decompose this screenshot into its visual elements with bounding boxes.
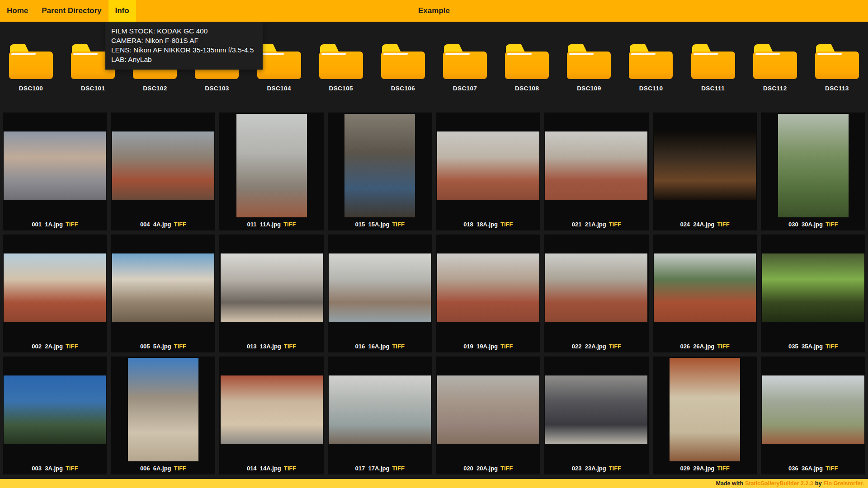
tiff-link[interactable]: TIFF bbox=[392, 465, 404, 472]
gallery-tile-005-5a-jpg[interactable]: 005_5A.jpg TIFF bbox=[111, 235, 216, 352]
gallery-tile-016-16a-jpg[interactable]: 016_16A.jpg TIFF bbox=[328, 235, 432, 352]
tile-label: 021_21A.jpg TIFF bbox=[544, 218, 649, 230]
gallery-tile-022-22a-jpg[interactable]: 022_22A.jpg TIFF bbox=[544, 235, 649, 352]
folder-highlight bbox=[259, 53, 284, 55]
photo-thumbnail[interactable] bbox=[329, 375, 431, 444]
tiff-link[interactable]: TIFF bbox=[174, 465, 186, 472]
photo-thumbnail[interactable] bbox=[112, 253, 214, 322]
gallery-tile-018-18a-jpg[interactable]: 018_18A.jpg TIFF bbox=[436, 113, 541, 230]
tiff-link[interactable]: TIFF bbox=[392, 343, 404, 350]
tiff-link[interactable]: TIFF bbox=[500, 343, 513, 350]
photo-thumbnail[interactable] bbox=[654, 131, 756, 200]
folder-body-shape bbox=[753, 52, 797, 79]
photo-thumbnail[interactable] bbox=[4, 375, 106, 444]
tiff-link[interactable]: TIFF bbox=[66, 343, 78, 350]
gallery-tile-013-13a-jpg[interactable]: 013_13A.jpg TIFF bbox=[219, 235, 324, 352]
tiff-link[interactable]: TIFF bbox=[500, 465, 513, 472]
folder-item-dsc100[interactable]: DSC100 bbox=[0, 44, 62, 92]
folder-item-dsc108[interactable]: DSC108 bbox=[496, 44, 558, 92]
photo-thumbnail[interactable] bbox=[437, 375, 539, 444]
gallery-tile-030-30a-jpg[interactable]: 030_30A.jpg TIFF bbox=[761, 113, 865, 230]
photo-thumbnail[interactable] bbox=[654, 253, 756, 322]
photo-thumbnail[interactable] bbox=[762, 375, 864, 444]
gallery-tile-011-11a-jpg[interactable]: 011_11A.jpg TIFF bbox=[219, 113, 324, 230]
photo-thumbnail[interactable] bbox=[344, 114, 415, 217]
gallery-tile-029-29a-jpg[interactable]: 029_29A.jpg TIFF bbox=[653, 357, 757, 474]
tiff-link[interactable]: TIFF bbox=[66, 465, 78, 472]
tiff-link[interactable]: TIFF bbox=[283, 221, 296, 228]
photo-thumbnail[interactable] bbox=[221, 253, 323, 322]
gallery-tile-035-35a-jpg[interactable]: 035_35A.jpg TIFF bbox=[761, 235, 865, 352]
tiff-link[interactable]: TIFF bbox=[174, 221, 186, 228]
tile-label: 005_5A.jpg TIFF bbox=[111, 340, 216, 352]
gallery-tile-014-14a-jpg[interactable]: 014_14A.jpg TIFF bbox=[219, 357, 324, 474]
tiff-link[interactable]: TIFF bbox=[609, 343, 621, 350]
tiff-link[interactable]: TIFF bbox=[609, 465, 621, 472]
folder-item-dsc106[interactable]: DSC106 bbox=[372, 44, 434, 92]
gallery-tile-019-19a-jpg[interactable]: 019_19A.jpg TIFF bbox=[436, 235, 541, 352]
tiff-link[interactable]: TIFF bbox=[717, 343, 729, 350]
photo-thumbnail[interactable] bbox=[4, 253, 106, 322]
tiff-link[interactable]: TIFF bbox=[284, 343, 296, 350]
folder-item-dsc111[interactable]: DSC111 bbox=[682, 44, 744, 92]
gallery-tile-020-20a-jpg[interactable]: 020_20A.jpg TIFF bbox=[436, 357, 541, 474]
gallery-tile-004-4a-jpg[interactable]: 004_4A.jpg TIFF bbox=[111, 113, 216, 230]
gallery-tile-015-15a-jpg[interactable]: 015_15A.jpg TIFF bbox=[328, 113, 432, 230]
photo-thumbnail[interactable] bbox=[670, 358, 740, 461]
tiff-link[interactable]: TIFF bbox=[609, 221, 621, 228]
tile-label: 018_18A.jpg TIFF bbox=[436, 218, 541, 230]
folder-item-dsc112[interactable]: DSC112 bbox=[744, 44, 806, 92]
folder-item-dsc105[interactable]: DSC105 bbox=[310, 44, 372, 92]
thumbnail-zone bbox=[653, 357, 757, 462]
folder-item-dsc109[interactable]: DSC109 bbox=[558, 44, 620, 92]
tiff-link[interactable]: TIFF bbox=[500, 221, 513, 228]
gallery-tile-002-2a-jpg[interactable]: 002_2A.jpg TIFF bbox=[3, 235, 107, 352]
tiff-link[interactable]: TIFF bbox=[717, 221, 729, 228]
gallery-tile-036-36a-jpg[interactable]: 036_36A.jpg TIFF bbox=[761, 357, 865, 474]
tiff-link[interactable]: TIFF bbox=[826, 221, 838, 228]
folder-body-shape bbox=[505, 52, 549, 79]
folder-body-shape bbox=[443, 52, 487, 79]
photo-thumbnail[interactable] bbox=[545, 375, 647, 444]
gallery-tile-024-24a-jpg[interactable]: 024_24A.jpg TIFF bbox=[653, 113, 757, 230]
tiff-link[interactable]: TIFF bbox=[392, 221, 404, 228]
photo-thumbnail[interactable] bbox=[545, 131, 647, 200]
gallery-tile-023-23a-jpg[interactable]: 023_23A.jpg TIFF bbox=[544, 357, 649, 474]
tiff-link[interactable]: TIFF bbox=[826, 343, 838, 350]
photo-thumbnail[interactable] bbox=[112, 131, 214, 200]
photo-thumbnail[interactable] bbox=[221, 375, 323, 444]
nav-item-home[interactable]: Home bbox=[0, 0, 35, 22]
photo-thumbnail[interactable] bbox=[778, 114, 849, 217]
tiff-link[interactable]: TIFF bbox=[826, 465, 838, 472]
photo-thumbnail[interactable] bbox=[4, 131, 106, 200]
author-link[interactable]: Flo Greistorfer. bbox=[823, 480, 864, 487]
tiff-link[interactable]: TIFF bbox=[284, 465, 296, 472]
photo-thumbnail[interactable] bbox=[762, 253, 864, 322]
photo-thumbnail[interactable] bbox=[128, 358, 198, 461]
folder-icon bbox=[381, 44, 425, 79]
photo-thumbnail[interactable] bbox=[437, 253, 539, 322]
photo-thumbnail[interactable] bbox=[236, 114, 307, 217]
nav-item-parent-directory[interactable]: Parent Directory bbox=[35, 0, 108, 22]
photo-thumbnail[interactable] bbox=[545, 253, 647, 322]
thumbnail-zone bbox=[328, 113, 432, 218]
gallery-tile-003-3a-jpg[interactable]: 003_3A.jpg TIFF bbox=[3, 357, 107, 474]
tile-label: 020_20A.jpg TIFF bbox=[436, 462, 541, 474]
photo-thumbnail[interactable] bbox=[437, 131, 539, 200]
gallery-tile-026-26a-jpg[interactable]: 026_26A.jpg TIFF bbox=[653, 235, 757, 352]
nav-item-info[interactable]: Info bbox=[108, 0, 136, 22]
gallery-tile-001-1a-jpg[interactable]: 001_1A.jpg TIFF bbox=[3, 113, 107, 230]
gallery-tile-017-17a-jpg[interactable]: 017_17A.jpg TIFF bbox=[328, 357, 432, 474]
tiff-link[interactable]: TIFF bbox=[66, 221, 78, 228]
tiff-link[interactable]: TIFF bbox=[717, 465, 729, 472]
builder-link[interactable]: StaticGalleryBuilder 2.2.3 bbox=[745, 480, 813, 487]
tiff-link[interactable]: TIFF bbox=[174, 343, 186, 350]
folder-item-dsc113[interactable]: DSC113 bbox=[806, 44, 868, 92]
gallery-tile-006-6a-jpg[interactable]: 006_6A.jpg TIFF bbox=[111, 357, 216, 474]
photo-thumbnail[interactable] bbox=[329, 253, 431, 322]
folder-body-shape bbox=[9, 52, 53, 79]
folder-item-dsc107[interactable]: DSC107 bbox=[434, 44, 496, 92]
gallery-tile-021-21a-jpg[interactable]: 021_21A.jpg TIFF bbox=[544, 113, 649, 230]
folder-item-dsc110[interactable]: DSC110 bbox=[620, 44, 682, 92]
folder-label: DSC104 bbox=[267, 85, 291, 92]
